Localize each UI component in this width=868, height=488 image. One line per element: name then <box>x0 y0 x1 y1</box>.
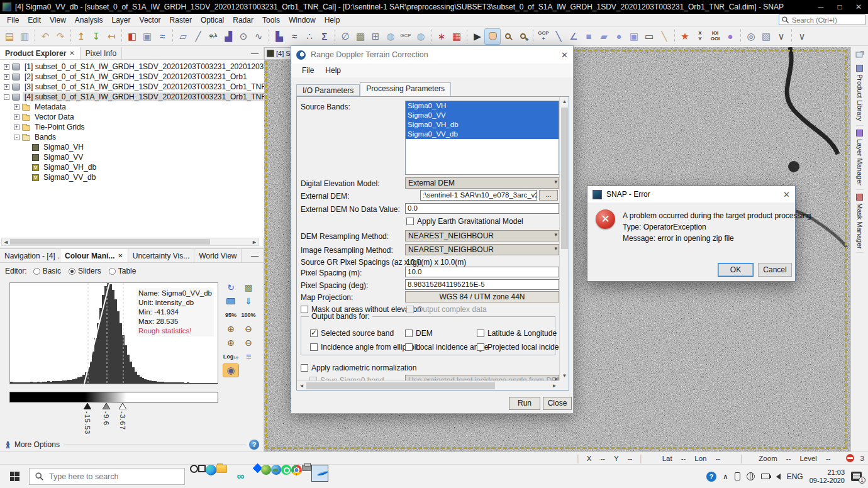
tab-navigation[interactable]: Navigation - [4] ... <box>0 249 60 262</box>
source-band-item[interactable]: Sigma0_VV <box>406 111 559 120</box>
tab-close-icon[interactable]: ✕ <box>118 252 123 259</box>
ok-button[interactable]: OK <box>718 263 754 277</box>
geo-coding-icon[interactable]: φ,λ <box>206 29 221 44</box>
magic-wand-icon[interactable]: ╲ <box>657 29 672 44</box>
close-icon[interactable]: ✕ <box>849 0 868 14</box>
scroll-left-icon[interactable]: ◄ <box>2 239 10 245</box>
pixel-spacing-m-field[interactable]: 10.0 <box>405 267 559 277</box>
notification-center-icon[interactable]: 1 <box>851 472 862 481</box>
taskbar-explorer-icon[interactable] <box>216 465 227 473</box>
ellipse-tool-icon[interactable]: ● <box>611 29 626 44</box>
nodata-field[interactable]: 0.0 <box>405 203 559 214</box>
taskbar-taskview-icon[interactable] <box>198 465 206 472</box>
xy-axis-icon[interactable]: X Y <box>693 29 708 44</box>
tray-network-icon[interactable] <box>747 472 755 480</box>
tree-expander-icon[interactable]: + <box>14 125 19 130</box>
redo-icon[interactable]: ↷ <box>53 29 68 44</box>
zoom-plus-icon[interactable] <box>515 29 530 44</box>
tree-item[interactable]: + [1] subset_0_of_S1A_IW_GRDH_1SDV_20201… <box>0 62 264 72</box>
zoom-in-horizontal-icon[interactable]: ⊕ <box>223 336 238 349</box>
search-input[interactable] <box>791 16 854 25</box>
overflow2-icon[interactable]: ∨ <box>794 29 810 44</box>
help-icon[interactable]: ? <box>249 440 259 450</box>
image-view-icon[interactable]: ▣ <box>140 29 155 44</box>
collapse-chevron-icon[interactable]: ∧∧ <box>5 441 11 448</box>
rdtc-close-icon[interactable]: ✕ <box>561 50 568 60</box>
source-band-item[interactable]: Sigma0_VH_db <box>406 120 559 130</box>
start-button[interactable] <box>0 465 29 488</box>
tree-expander-icon[interactable]: - <box>14 135 19 140</box>
tray-expand-icon[interactable]: ∧ <box>723 472 728 481</box>
tree-item[interactable]: - Bands <box>0 132 264 142</box>
error-titlebar[interactable]: SNAP - Error ✕ <box>587 186 795 202</box>
open-product-icon[interactable]: ▤ <box>2 29 17 44</box>
zoom-in-vertical-icon[interactable]: ⊕ <box>223 323 238 335</box>
source-band-item[interactable]: Sigma0_VH <box>406 101 559 111</box>
output-band-checkbox[interactable]: Incidence angle from ellipsoid <box>310 343 420 352</box>
mag-lamp-icon[interactable]: ◎ <box>743 29 759 44</box>
log-scale-icon[interactable]: Log₁₀ <box>223 350 238 363</box>
import-palette-icon[interactable] <box>223 295 238 308</box>
binning-icon[interactable]: IOI OOI <box>708 29 723 44</box>
wave-icon[interactable]: ≈ <box>155 29 170 44</box>
pen-icon[interactable]: ╱ <box>191 29 206 44</box>
clump-icon[interactable]: ● <box>723 29 738 44</box>
taskbar-search-input[interactable] <box>48 472 161 482</box>
zoom-out-horizontal-icon[interactable]: ⊖ <box>241 336 256 349</box>
histogram2-icon[interactable]: ▙ <box>272 29 287 44</box>
menu-item[interactable]: Window <box>284 14 320 26</box>
histogram-plot[interactable]: Name: Sigma0_VV_db Unit: intensity_db Mi… <box>9 282 218 384</box>
maximize-icon[interactable]: □ <box>830 0 849 14</box>
tab-world-view[interactable]: World View <box>194 249 242 262</box>
stretch-100-icon[interactable]: 100% <box>241 309 256 321</box>
panel-minimize-icon[interactable]: — <box>246 47 264 59</box>
line-tool-icon[interactable]: ╲ <box>551 29 566 44</box>
taskbar-loop-icon[interactable]: ∞ <box>227 465 254 488</box>
polyline-tool-icon[interactable]: ∠ <box>566 29 581 44</box>
tree-item[interactable]: + Vector Data <box>0 112 264 122</box>
polygon-tool-icon[interactable]: ▰ <box>596 29 611 44</box>
source-band-item[interactable]: Sigma0_VV_db <box>406 130 559 139</box>
menu-item[interactable]: Raster <box>165 14 196 26</box>
error-indicator-icon[interactable] <box>846 454 854 462</box>
tree-item[interactable]: Sigma0_VH_db <box>0 162 264 172</box>
colour-gradient-bar[interactable] <box>9 392 218 402</box>
menu-item[interactable]: Edit <box>23 14 45 26</box>
output-band-checkbox[interactable]: Local incidence angle <box>405 343 488 352</box>
taskbar-chrome-icon[interactable] <box>291 465 302 475</box>
tree-item[interactable]: + [3] subset_0_of_S1A_IW_GRDH_1SDV_20201… <box>0 82 264 92</box>
tray-battery-icon[interactable] <box>761 474 770 479</box>
measure-tool-icon[interactable]: ▭ <box>642 29 657 44</box>
run-button[interactable]: Run <box>509 397 540 410</box>
tray-help-icon[interactable]: ? <box>706 472 716 482</box>
map-projection-button[interactable]: WGS 84 / UTM zone 44N <box>405 291 559 302</box>
star-icon[interactable]: ★ <box>677 29 693 44</box>
rectangle-tool-icon[interactable]: ■ <box>581 29 596 44</box>
menu-item[interactable]: Radar <box>228 14 258 26</box>
tree-item[interactable]: + Tie-Point Grids <box>0 122 264 132</box>
taskbar-snap-icon[interactable]: SNAP <box>311 465 328 482</box>
menu-item[interactable]: View <box>45 14 70 26</box>
more-options-label[interactable]: More Options <box>14 440 60 449</box>
tab-mask-manager[interactable]: Mask Manager <box>856 190 864 253</box>
pin2-icon[interactable]: ◍ <box>413 29 428 44</box>
tree-item[interactable]: + [2] subset_0_of_S1A_IW_GRDH_1SDV_20201… <box>0 72 264 82</box>
taskbar-edge-icon[interactable] <box>206 465 216 475</box>
taskbar-cortana-icon[interactable] <box>190 465 198 473</box>
histogram-icon[interactable]: ▟ <box>221 29 236 44</box>
menu-item[interactable]: Vector <box>135 14 165 26</box>
tray-language[interactable]: ENG <box>787 472 803 481</box>
taskbar-printer-icon[interactable] <box>302 465 311 471</box>
undo-icon[interactable]: ↶ <box>38 29 53 44</box>
export-palette-icon[interactable]: ▩ <box>241 281 256 294</box>
image-view-tab[interactable]: [4] Sigma0_VV_db <box>264 47 293 60</box>
scroll-thumb[interactable] <box>10 239 210 245</box>
error-close-icon[interactable]: ✕ <box>783 190 790 199</box>
close-product-icon[interactable]: ↤ <box>104 29 119 44</box>
rdtc-horizontal-scrollbar[interactable]: ◄ ► <box>297 380 559 390</box>
browse-button[interactable]: ... <box>539 190 558 201</box>
tab-uncertainty[interactable]: Uncertainty Vis... <box>128 249 194 262</box>
roi-icon[interactable]: ▱ <box>175 29 191 44</box>
tab-processing-parameters[interactable]: Processing Parameters <box>360 82 451 96</box>
scroll-right-icon[interactable]: ► <box>250 239 259 245</box>
